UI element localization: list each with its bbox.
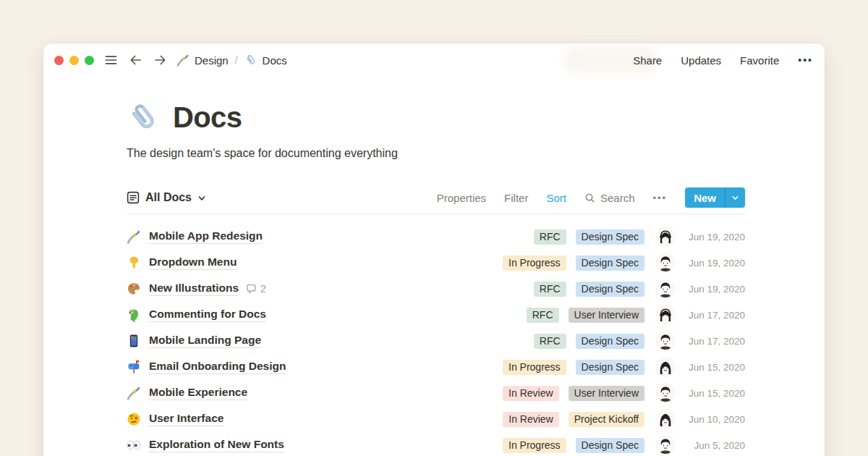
doc-title[interactable]: Dropdown Menu bbox=[149, 256, 237, 270]
raised-eyebrow-face-icon bbox=[127, 412, 141, 426]
tag-group: RFCDesign Spec bbox=[534, 334, 644, 349]
page-subtitle: The design team's space for documenting … bbox=[127, 147, 745, 160]
doc-title[interactable]: Mobile Experience bbox=[149, 386, 247, 400]
tag-group: In ReviewProject Kickoff bbox=[503, 412, 644, 427]
tag-pill: Project Kickoff bbox=[569, 412, 644, 427]
tag-pill: RFC bbox=[534, 334, 566, 349]
paperclip-icon bbox=[244, 54, 258, 67]
edited-date: Jun 17, 2020 bbox=[681, 336, 745, 347]
tag-pill: RFC bbox=[534, 229, 566, 245]
more-options-icon[interactable]: ••• bbox=[798, 54, 813, 66]
view-toolbar: All Docs Properties Filter Sort Search •… bbox=[127, 187, 745, 208]
edited-date: Jun 10, 2020 bbox=[681, 414, 745, 425]
new-button-label: New bbox=[685, 187, 725, 208]
table-row[interactable]: Exploration of New Fonts In ProgressDesi… bbox=[127, 432, 745, 456]
tag-group: RFCUser Interview bbox=[527, 308, 644, 323]
tag-pill: In Review bbox=[503, 412, 558, 427]
avatar-man bbox=[657, 384, 674, 402]
table-row[interactable]: Commenting for Docs RFCUser Interview Ju… bbox=[127, 302, 745, 328]
favorite-button[interactable]: Favorite bbox=[740, 54, 779, 67]
doc-title[interactable]: Commenting for Docs bbox=[149, 308, 266, 322]
avatar-man bbox=[657, 280, 674, 297]
doc-title[interactable]: Exploration of New Fonts bbox=[149, 438, 284, 452]
tag-pill: Design Spec bbox=[576, 360, 644, 375]
avatar-headphones bbox=[657, 306, 674, 324]
filter-button[interactable]: Filter bbox=[504, 192, 528, 204]
tag-pill: Design Spec bbox=[576, 282, 644, 297]
table-row[interactable]: User Interface In ReviewProject Kickoff … bbox=[127, 406, 745, 432]
paintbrush-icon bbox=[176, 54, 190, 67]
tag-pill: Design Spec bbox=[576, 334, 644, 349]
view-label: All Docs bbox=[145, 191, 192, 204]
doc-title[interactable]: Mobile Landing Page bbox=[149, 334, 261, 348]
sort-button[interactable]: Sort bbox=[546, 192, 566, 204]
eyes-icon bbox=[127, 438, 141, 452]
avatar-woman bbox=[657, 358, 674, 376]
edited-date: Jun 15, 2020 bbox=[681, 362, 745, 373]
edited-date: Jun 19, 2020 bbox=[681, 258, 745, 269]
tag-pill: Design Spec bbox=[576, 256, 644, 271]
doc-title[interactable]: User Interface bbox=[149, 412, 224, 426]
properties-button[interactable]: Properties bbox=[437, 192, 486, 204]
doc-title[interactable]: New Illustrations bbox=[149, 282, 239, 296]
avatar-headphones bbox=[657, 228, 674, 245]
forward-arrow-icon[interactable] bbox=[153, 53, 168, 67]
breadcrumb-item-design[interactable]: Design bbox=[176, 54, 229, 67]
page-content: Docs The design team's space for documen… bbox=[43, 101, 825, 456]
edited-date: Jun 5, 2020 bbox=[681, 440, 745, 451]
tag-group: In ProgressDesign Spec bbox=[503, 256, 644, 271]
toolbar-divider bbox=[127, 214, 745, 214]
chevron-down-icon bbox=[197, 194, 206, 203]
updates-button[interactable]: Updates bbox=[681, 54, 721, 67]
table-row[interactable]: Mobile Experience In ReviewUser Intervie… bbox=[127, 380, 745, 406]
table-row[interactable]: Mobile App Redesign RFCDesign Spec Jun 1… bbox=[127, 224, 745, 250]
tag-pill: RFC bbox=[534, 282, 566, 297]
titlebar-actions: Share Updates Favorite ••• bbox=[633, 54, 813, 67]
view-switcher-all-docs[interactable]: All Docs bbox=[127, 191, 206, 204]
tag-pill: In Review bbox=[503, 386, 558, 401]
comment-count: 2 bbox=[260, 283, 266, 295]
avatar-man bbox=[657, 436, 674, 454]
traffic-lights bbox=[54, 56, 94, 65]
doc-title[interactable]: Mobile App Redesign bbox=[149, 229, 263, 244]
page-title: Docs bbox=[173, 101, 242, 134]
minimize-window-button[interactable] bbox=[69, 56, 79, 65]
tag-pill: User Interview bbox=[569, 308, 644, 323]
breadcrumb-item-docs[interactable]: Docs bbox=[244, 54, 287, 67]
comment-count-badge[interactable]: 2 bbox=[246, 283, 266, 295]
tag-group: In ProgressDesign Spec bbox=[503, 360, 644, 375]
share-button[interactable]: Share bbox=[633, 54, 662, 67]
table-row[interactable]: New Illustrations 2 RFCDesign Spec Jun 1… bbox=[127, 276, 745, 302]
app-window: Design / Docs Share Updates Favorite •••… bbox=[43, 43, 825, 456]
tag-pill: RFC bbox=[527, 308, 559, 323]
breadcrumb-label: Design bbox=[195, 54, 229, 67]
toolbar-more-icon[interactable]: ••• bbox=[653, 193, 668, 203]
hamburger-menu-icon[interactable] bbox=[103, 53, 119, 67]
tag-pill: In Progress bbox=[503, 360, 566, 375]
search-button[interactable]: Search bbox=[584, 192, 635, 204]
tag-pill: In Progress bbox=[503, 256, 566, 271]
pointing-down-hand-icon bbox=[127, 256, 141, 270]
paintbrush-icon bbox=[127, 386, 141, 400]
new-button[interactable]: New bbox=[685, 187, 745, 208]
breadcrumb-separator: / bbox=[235, 54, 238, 66]
table-row[interactable]: Mobile Landing Page RFCDesign Spec Jun 1… bbox=[127, 328, 745, 354]
mobile-phone-icon bbox=[127, 334, 141, 348]
table-row[interactable]: Email Onboarding Design In ProgressDesig… bbox=[127, 354, 745, 380]
avatar-man bbox=[657, 332, 674, 350]
list-view-icon bbox=[127, 191, 140, 204]
search-icon bbox=[584, 193, 595, 203]
zoom-window-button[interactable] bbox=[85, 56, 94, 65]
new-dropdown-button[interactable] bbox=[725, 187, 745, 208]
parrot-icon bbox=[127, 308, 141, 322]
palette-icon bbox=[127, 282, 141, 296]
edited-date: Jun 19, 2020 bbox=[681, 232, 745, 242]
back-arrow-icon[interactable] bbox=[128, 53, 143, 67]
doc-title[interactable]: Email Onboarding Design bbox=[149, 360, 286, 374]
window-titlebar: Design / Docs Share Updates Favorite ••• bbox=[43, 43, 825, 77]
mailbox-icon bbox=[127, 360, 141, 374]
table-row[interactable]: Dropdown Menu In ProgressDesign Spec Jun… bbox=[127, 250, 745, 276]
page-paperclip-icon bbox=[127, 101, 161, 135]
comment-bubble-icon bbox=[246, 284, 257, 295]
close-window-button[interactable] bbox=[54, 56, 64, 65]
